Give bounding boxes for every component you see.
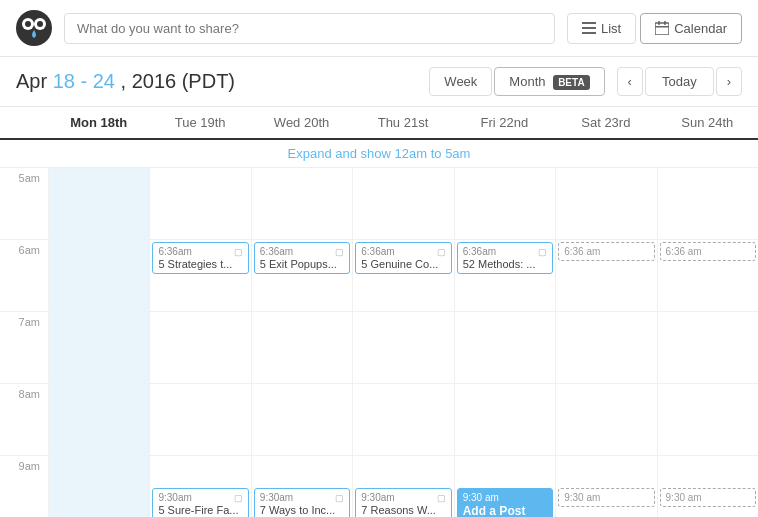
event-wed-636[interactable]: 6:36am▢ 5 Exit Popups... xyxy=(254,242,350,274)
cell-wed-7am[interactable] xyxy=(251,312,352,383)
calendar-icon xyxy=(655,21,669,35)
cell-wed-9am[interactable]: 9:30am▢ 7 Ways to Inc... xyxy=(251,456,352,517)
expand-banner[interactable]: Expand and show 12am to 5am xyxy=(0,140,758,168)
svg-rect-10 xyxy=(664,21,666,25)
search-bar[interactable] xyxy=(64,13,555,44)
cell-sat-8am[interactable] xyxy=(555,384,656,455)
event-wed-930[interactable]: 9:30am▢ 7 Ways to Inc... xyxy=(254,488,350,517)
cell-tue-8am[interactable] xyxy=(149,384,250,455)
svg-point-3 xyxy=(25,21,31,27)
cell-wed-5am[interactable] xyxy=(251,168,352,239)
image-icon: ▢ xyxy=(437,247,446,257)
cell-mon-7am[interactable] xyxy=(48,312,149,383)
event-title-label: Add a Post xyxy=(463,504,547,517)
day-header-fri: Fri 22nd xyxy=(454,107,555,138)
event-thu-930[interactable]: 9:30am▢ 7 Reasons W... xyxy=(355,488,451,517)
time-label-9am: 9am xyxy=(0,456,48,517)
event-tue-930-wrapper: 9:30am▢ 5 Sure-Fire Fa... xyxy=(152,488,248,517)
cell-mon-5am[interactable] xyxy=(48,168,149,239)
event-sun-930-wrapper: 9:30 am xyxy=(660,488,756,507)
cell-sun-6am[interactable]: 6:36 am xyxy=(657,240,758,311)
cell-wed-8am[interactable] xyxy=(251,384,352,455)
event-time-dashed: 6:36 am xyxy=(564,246,600,257)
event-sun-930[interactable]: 9:30 am xyxy=(660,488,756,507)
date-range-display: Apr 18 - 24 , 2016 (PDT) xyxy=(16,70,417,93)
event-time-label: 6:36am xyxy=(260,246,293,257)
cell-sat-6am[interactable]: 6:36 am xyxy=(555,240,656,311)
day-header-mon: Mon 18th xyxy=(48,107,149,138)
event-time-dashed: 6:36 am xyxy=(666,246,702,257)
event-time-dashed: 9:30 am xyxy=(666,492,702,503)
event-thu-930-wrapper: 9:30am▢ 7 Reasons W... xyxy=(355,488,451,517)
event-thu-636[interactable]: 6:36am▢ 5 Genuine Co... xyxy=(355,242,451,274)
list-view-button[interactable]: List xyxy=(567,13,636,44)
cell-sun-9am[interactable]: 9:30 am xyxy=(657,456,758,517)
view-toggle: List Calendar xyxy=(567,13,742,44)
event-fri-636[interactable]: 6:36am▢ 52 Methods: ... xyxy=(457,242,553,274)
cell-fri-8am[interactable] xyxy=(454,384,555,455)
event-fri-930[interactable]: 9:30 am Add a Post xyxy=(457,488,553,517)
cell-fri-5am[interactable] xyxy=(454,168,555,239)
week-view-button[interactable]: Week xyxy=(429,67,492,96)
cell-fri-7am[interactable] xyxy=(454,312,555,383)
image-icon: ▢ xyxy=(437,493,446,503)
cell-sun-5am[interactable] xyxy=(657,168,758,239)
time-label-8am: 8am xyxy=(0,384,48,455)
cell-thu-9am[interactable]: 9:30am▢ 7 Reasons W... xyxy=(352,456,453,517)
image-icon: ▢ xyxy=(234,247,243,257)
cell-tue-9am[interactable]: 9:30am▢ 5 Sure-Fire Fa... xyxy=(149,456,250,517)
day-header-tue: Tue 19th xyxy=(149,107,250,138)
cell-sun-7am[interactable] xyxy=(657,312,758,383)
cell-thu-5am[interactable] xyxy=(352,168,453,239)
cell-thu-7am[interactable] xyxy=(352,312,453,383)
day-header-thu: Thu 21st xyxy=(352,107,453,138)
cell-thu-8am[interactable] xyxy=(352,384,453,455)
cell-sun-8am[interactable] xyxy=(657,384,758,455)
event-sat-636[interactable]: 6:36 am xyxy=(558,242,654,261)
day-header-sat: Sat 23rd xyxy=(555,107,656,138)
day-header-sun: Sun 24th xyxy=(657,107,758,138)
event-time-label: 9:30am xyxy=(260,492,293,503)
event-time-label: 9:30 am xyxy=(463,492,499,503)
cell-sat-9am[interactable]: 9:30 am xyxy=(555,456,656,517)
cell-sat-5am[interactable] xyxy=(555,168,656,239)
svg-point-4 xyxy=(37,21,43,27)
cell-tue-6am[interactable]: 6:36am▢ 5 Strategies t... xyxy=(149,240,250,311)
time-row-7am: 7am xyxy=(0,312,758,384)
svg-rect-8 xyxy=(655,23,669,35)
cell-wed-6am[interactable]: 6:36am▢ 5 Exit Popups... xyxy=(251,240,352,311)
day-header-wed: Wed 20th xyxy=(251,107,352,138)
today-button[interactable]: Today xyxy=(645,67,714,96)
event-title-label: 5 Exit Popups... xyxy=(260,258,344,270)
event-sun-636[interactable]: 6:36 am xyxy=(660,242,756,261)
search-input[interactable] xyxy=(64,13,555,44)
cell-tue-5am[interactable] xyxy=(149,168,250,239)
event-sat-930[interactable]: 9:30 am xyxy=(558,488,654,507)
event-tue-930[interactable]: 9:30am▢ 5 Sure-Fire Fa... xyxy=(152,488,248,517)
month-view-button[interactable]: Month BETA xyxy=(494,67,604,96)
time-row-6am: 6am 6:36am▢ 5 Strategies t... 6:36am▢ 5 … xyxy=(0,240,758,312)
event-title-label: 5 Sure-Fire Fa... xyxy=(158,504,242,516)
next-button[interactable]: › xyxy=(716,67,742,96)
cell-tue-7am[interactable] xyxy=(149,312,250,383)
event-time-label: 6:36am xyxy=(463,246,496,257)
time-row-9am: 9am 9:30am▢ 5 Sure-Fire Fa... 9:30am▢ 7 … xyxy=(0,456,758,517)
cell-sat-7am[interactable] xyxy=(555,312,656,383)
event-time-label: 9:30am xyxy=(361,492,394,503)
image-icon: ▢ xyxy=(335,247,344,257)
time-row-8am: 8am xyxy=(0,384,758,456)
time-header-spacer xyxy=(0,107,48,138)
event-tue-636[interactable]: 6:36am▢ 5 Strategies t... xyxy=(152,242,248,274)
svg-point-0 xyxy=(16,10,52,46)
svg-rect-9 xyxy=(658,21,660,25)
calendar-view-button[interactable]: Calendar xyxy=(640,13,742,44)
svg-rect-5 xyxy=(582,22,596,24)
prev-button[interactable]: ‹ xyxy=(617,67,643,96)
day-headers-row: Mon 18th Tue 19th Wed 20th Thu 21st Fri … xyxy=(0,107,758,140)
cell-mon-9am[interactable] xyxy=(48,456,149,517)
cell-mon-6am[interactable] xyxy=(48,240,149,311)
cell-thu-6am[interactable]: 6:36am▢ 5 Genuine Co... xyxy=(352,240,453,311)
cell-fri-9am[interactable]: 9:30 am Add a Post xyxy=(454,456,555,517)
cell-fri-6am[interactable]: 6:36am▢ 52 Methods: ... xyxy=(454,240,555,311)
cell-mon-8am[interactable] xyxy=(48,384,149,455)
